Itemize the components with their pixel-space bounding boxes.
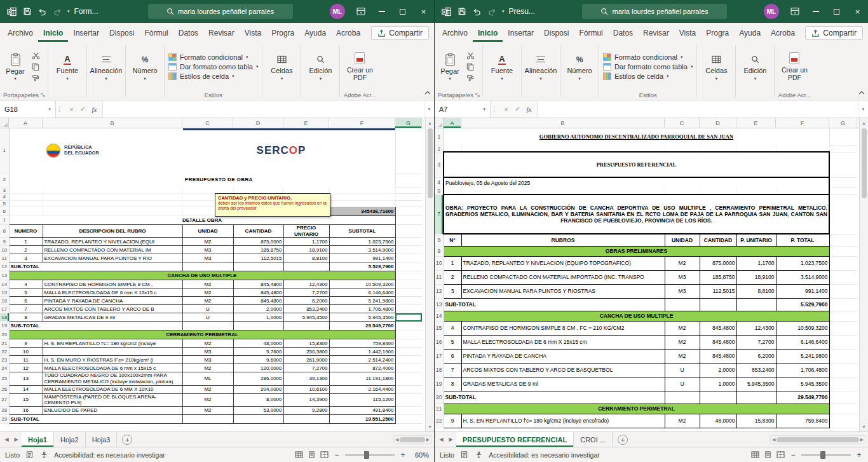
undo-icon[interactable] xyxy=(37,6,48,17)
ribbon-tab-insertar[interactable]: Insertar xyxy=(68,25,104,42)
ribbon-tab-ayuda[interactable]: Ayuda xyxy=(299,25,331,42)
item-total[interactable]: 3.514,9000 xyxy=(776,270,829,284)
row-header-3[interactable]: 3 xyxy=(435,152,444,177)
redo-icon[interactable] xyxy=(487,6,498,17)
row-header-18[interactable]: 18 xyxy=(435,363,444,377)
column-header-e[interactable]: E xyxy=(736,118,776,128)
item-description[interactable]: ENLUCIDO DE PARED xyxy=(43,406,182,414)
hscroll-right-icon[interactable]: ▶ xyxy=(426,437,430,442)
item-total[interactable]: 6.146,6400 xyxy=(329,289,395,297)
item-total[interactable]: 872,4000 xyxy=(329,364,395,372)
item-unit[interactable]: M2 xyxy=(665,256,700,270)
row-header-17[interactable]: 17 xyxy=(0,305,9,313)
cells-group-button[interactable]: Celdas ▾ xyxy=(263,43,300,100)
confirm-entry-icon[interactable]: ✓ xyxy=(78,105,88,113)
item-total[interactable]: 11.191,1800 xyxy=(329,372,395,385)
col-header-number[interactable]: NUMERO xyxy=(9,225,43,238)
subtotal-label[interactable]: SUB-TOTAL xyxy=(9,262,182,271)
cell-styles-button[interactable]: Estilos de celda ▾ xyxy=(603,72,693,80)
item-number[interactable]: 16 xyxy=(9,406,43,414)
item-quantity[interactable]: 845,4800 xyxy=(233,289,283,297)
ribbon-tab-archivo[interactable]: Archivo xyxy=(3,25,38,42)
grid-cell[interactable] xyxy=(283,187,329,194)
select-all-corner[interactable] xyxy=(435,118,444,128)
column-header-b[interactable]: B xyxy=(461,118,665,128)
item-description[interactable]: MALLA ELECTROSOLDADA DE 6 mm X 15x15 c xyxy=(43,289,182,297)
item-total[interactable]: 115,1200 xyxy=(329,393,395,406)
item-number[interactable]: 6 xyxy=(9,297,43,305)
item-number[interactable]: 8 xyxy=(444,377,461,391)
page-break-view-icon[interactable] xyxy=(776,451,785,458)
grid-cell[interactable] xyxy=(829,404,857,414)
col-header-unit[interactable]: UNIDAD xyxy=(182,225,233,238)
excel-app-icon[interactable] xyxy=(6,6,17,17)
excel-app-icon[interactable] xyxy=(441,6,452,17)
item-unit[interactable]: M3 xyxy=(182,356,233,364)
item-description[interactable]: TRAZADO, REPLANTEO Y NIVELACION (EQUIPO … xyxy=(461,256,665,270)
column-header-a[interactable]: A xyxy=(444,118,461,128)
grid-cell[interactable] xyxy=(182,322,233,330)
row-header-22[interactable]: 22 xyxy=(435,414,444,428)
maximize-button[interactable] xyxy=(392,0,413,23)
format-as-table-button[interactable]: Dar formato como tabla ▾ xyxy=(168,63,258,71)
subtotal-label[interactable]: SUB-TOTAL xyxy=(9,414,182,423)
cancel-entry-icon[interactable]: × xyxy=(501,105,511,113)
item-number[interactable]: 3 xyxy=(9,254,43,262)
item-unit[interactable]: ML xyxy=(182,372,233,385)
item-total[interactable]: 5.241,9800 xyxy=(329,297,395,305)
item-unit[interactable]: M2 xyxy=(182,406,233,414)
row-header-1[interactable]: 1 xyxy=(435,128,444,145)
sheet-nav-left-icon[interactable]: ◀ xyxy=(437,437,445,442)
grid-cell[interactable] xyxy=(395,271,422,280)
grid-cell[interactable] xyxy=(829,321,857,335)
scroll-up-icon[interactable]: ▲ xyxy=(862,119,866,127)
minimize-button[interactable] xyxy=(805,0,826,23)
hscroll-right-icon[interactable]: ▶ xyxy=(860,437,864,442)
grid-cell[interactable] xyxy=(9,207,43,216)
grid-cell[interactable] xyxy=(395,280,422,289)
zoom-in-icon[interactable]: + xyxy=(855,451,863,459)
item-number[interactable]: 7 xyxy=(444,363,461,377)
grid-cell[interactable] xyxy=(461,145,665,152)
total-value[interactable]: 345436,71600 xyxy=(329,207,395,216)
item-number[interactable]: 1 xyxy=(9,238,43,246)
item-unit[interactable]: M2 xyxy=(665,414,700,428)
grid-cell[interactable] xyxy=(43,187,182,194)
grid-cell[interactable] xyxy=(395,216,422,225)
quick-access-caret-icon[interactable]: ▾ xyxy=(67,9,70,14)
grid-cell[interactable] xyxy=(665,145,700,152)
create-pdf-button[interactable]: Crear un PDF xyxy=(775,43,813,90)
confirm-entry-icon[interactable]: ✓ xyxy=(513,105,522,113)
item-description[interactable]: RELLENO COMPACTADO CON MATERIAL IM xyxy=(43,246,182,254)
subtotal-value[interactable]: 29.549,7700 xyxy=(776,391,829,404)
grid-cell[interactable] xyxy=(395,200,422,207)
row-header-22[interactable]: 22 xyxy=(0,348,9,356)
horizontal-scrollbar[interactable]: ◀ ▶ xyxy=(393,435,431,444)
grid-cell[interactable] xyxy=(395,225,422,238)
item-unit-price[interactable]: 10,6100 xyxy=(283,385,329,393)
grid-cell[interactable] xyxy=(233,322,283,330)
item-quantity[interactable]: 120,0000 xyxy=(233,364,283,372)
ribbon-tab-frmul[interactable]: Fórmul xyxy=(139,25,173,42)
item-quantity[interactable]: 845,4800 xyxy=(233,280,283,289)
grid-cell[interactable] xyxy=(829,391,857,404)
format-painter-button[interactable] xyxy=(32,74,43,83)
column-header-a[interactable]: A xyxy=(9,118,43,128)
item-description[interactable]: H. S. EN MURO Y RIOSTRAS F'c= 210kg/cm² … xyxy=(43,356,182,364)
item-unit-price[interactable]: 6,2000 xyxy=(283,297,329,305)
item-unit-price[interactable]: 9,2800 xyxy=(283,406,329,414)
ribbon-display-options-icon[interactable] xyxy=(784,0,805,23)
item-description[interactable]: EXCAVACION MANUAL PARA PLINTOS Y RIOSTRA… xyxy=(461,284,665,298)
grid-cell[interactable] xyxy=(665,391,700,404)
item-description[interactable]: GRADAS METALICAS DE 9 ml xyxy=(461,377,665,391)
item-unit[interactable]: M2 xyxy=(182,393,233,406)
scroll-up-icon[interactable]: ▲ xyxy=(428,119,432,127)
column-header-d[interactable]: D xyxy=(233,118,283,128)
formula-input[interactable] xyxy=(538,100,858,118)
grid-cell[interactable] xyxy=(829,298,857,311)
column-header-b[interactable]: B xyxy=(43,118,182,128)
item-total[interactable]: 5.945,3500 xyxy=(776,377,829,391)
row-header-3[interactable]: 3 xyxy=(0,187,9,194)
item-description[interactable]: RELLENO COMPACTADO CON MATERIAL IMPORTAD… xyxy=(461,270,665,284)
row-header-27[interactable]: 27 xyxy=(0,393,9,406)
